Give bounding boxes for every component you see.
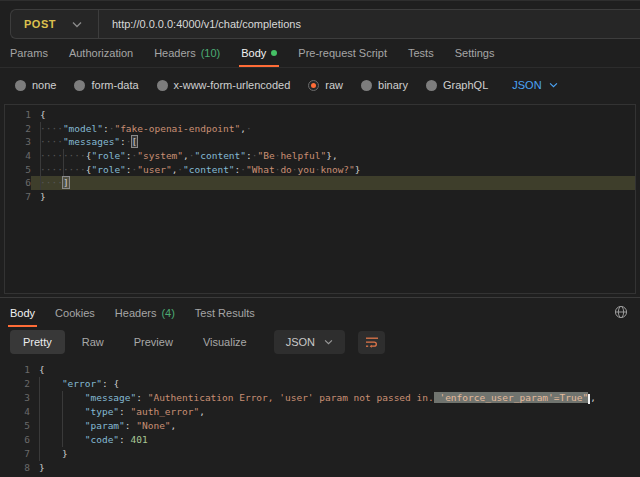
code-token: · [126, 136, 132, 147]
response-tab-cookies[interactable]: Cookies [55, 298, 95, 327]
code-token: { [40, 109, 46, 120]
code-token: } [39, 462, 45, 473]
code-token: "system" [137, 150, 183, 161]
tab-label: Settings [455, 47, 495, 59]
code-line[interactable]: 1{ [5, 108, 635, 122]
code-line-content: } [30, 447, 640, 461]
code-line[interactable]: 4 "type": "auth_error", [0, 405, 640, 419]
request-tab-headers[interactable]: Headers(10) [154, 39, 220, 67]
code-line[interactable]: 7} [5, 190, 635, 204]
code-line[interactable]: 4········{"role":·"system",·"content":·"… [5, 149, 635, 163]
line-number: 6 [0, 433, 30, 447]
body-type-binary[interactable]: binary [361, 79, 408, 91]
tab-label: Body [241, 47, 266, 59]
code-token: do [280, 164, 291, 175]
code-line[interactable]: 6····] [5, 176, 635, 190]
code-line[interactable]: 5········{"role":·"user",·"content":·"Wh… [5, 163, 635, 177]
tab-label: Headers [154, 47, 196, 59]
body-type-x-www-form-urlencoded[interactable]: x-www-form-urlencoded [157, 79, 291, 91]
method-selector[interactable]: POST [11, 10, 98, 38]
chevron-down-icon [549, 82, 558, 88]
indent-guide [62, 391, 63, 405]
url-input[interactable]: http://0.0.0.0:4000/v1/chat/completions [99, 10, 640, 38]
response-body-editor[interactable]: 1{2 "error": {3 "message": "Authenticati… [0, 360, 640, 477]
code-line-content: ········{"role":·"system",·"content":·"B… [31, 149, 635, 163]
code-token: : [119, 406, 130, 417]
body-type-graphql[interactable]: GraphQL [426, 79, 488, 91]
tab-label: Authorization [69, 47, 133, 59]
line-number: 3 [0, 391, 30, 405]
line-number: 2 [0, 377, 30, 391]
wrap-lines-button[interactable] [358, 331, 385, 354]
code-line-content: { [31, 108, 635, 122]
code-token: : [125, 420, 136, 431]
code-token: , [590, 392, 596, 403]
code-token: you [298, 164, 315, 175]
globe-icon[interactable] [614, 305, 628, 319]
code-line[interactable]: 8} [0, 461, 640, 475]
indent-guide [63, 149, 64, 163]
body-type-label: x-www-form-urlencoded [174, 79, 291, 91]
code-line[interactable]: 3 "message": "Authentication Error, 'use… [0, 391, 640, 405]
body-type-row: noneform-datax-www-form-urlencodedrawbin… [0, 68, 640, 102]
code-token: "Authentication Error, 'user' param not … [148, 392, 434, 403]
body-type-form-data[interactable]: form-data [74, 79, 138, 91]
code-line-content: "error": { [30, 377, 640, 391]
tab-label: Test Results [195, 307, 255, 319]
body-type-raw[interactable]: raw [308, 79, 343, 91]
line-number: 6 [5, 176, 31, 190]
request-tab-authorization[interactable]: Authorization [69, 39, 133, 67]
request-language-dropdown[interactable]: JSON [512, 79, 557, 91]
code-token: "param" [85, 420, 125, 431]
view-mode-pretty[interactable]: Pretty [10, 330, 65, 354]
response-section: BodyCookiesHeaders(4)Test Results Pretty… [0, 297, 640, 477]
code-token [39, 448, 62, 459]
code-line[interactable]: 7 } [0, 447, 640, 461]
code-token: "messages" [63, 136, 120, 147]
response-language-dropdown[interactable]: JSON [274, 330, 345, 354]
code-line[interactable]: 6 "code": 401 [0, 433, 640, 447]
line-number: 7 [0, 447, 30, 461]
response-tab-headers[interactable]: Headers(4) [115, 298, 175, 327]
line-number: 2 [5, 122, 31, 136]
code-token: : [136, 392, 147, 403]
view-mode-raw[interactable]: Raw [69, 330, 117, 354]
response-view-modes: PrettyRawPreviewVisualizeJSON [0, 327, 640, 360]
body-type-label: none [32, 79, 56, 91]
code-line-content: "code": 401 [30, 433, 640, 447]
code-token: "None" [136, 420, 170, 431]
indent-guide [39, 391, 40, 405]
code-line-content: "message": "Authentication Error, 'user'… [30, 391, 640, 405]
indent-guide [62, 433, 63, 447]
code-line[interactable]: 3····"messages":·[ [5, 135, 635, 149]
request-url-bar: POST http://0.0.0.0:4000/v1/chat/complet… [10, 9, 640, 39]
body-type-label: form-data [91, 79, 138, 91]
code-line[interactable]: 1{ [0, 363, 640, 377]
request-tab-pre-request-script[interactable]: Pre-request Script [298, 39, 387, 67]
response-tab-test-results[interactable]: Test Results [195, 298, 255, 327]
indent-guide [39, 419, 40, 433]
response-language-label: JSON [286, 336, 315, 348]
code-token: "type" [85, 406, 119, 417]
wrap-lines-icon [365, 336, 379, 349]
body-type-none[interactable]: none [15, 79, 56, 91]
request-tab-tests[interactable]: Tests [408, 39, 434, 67]
code-token: "code" [85, 434, 119, 445]
request-tab-params[interactable]: Params [10, 39, 48, 67]
tab-count-badge: (10) [201, 47, 221, 59]
code-line[interactable]: 5 "param": "None", [0, 419, 640, 433]
code-token: : [119, 434, 130, 445]
response-tab-body[interactable]: Body [10, 298, 35, 327]
view-mode-visualize[interactable]: Visualize [190, 330, 260, 354]
request-tabs: ParamsAuthorizationHeaders(10)BodyPre-re… [0, 39, 640, 68]
code-token: "content" [183, 164, 234, 175]
request-body-editor[interactable]: 1{2····"model":·"fake-openai-endpoint",·… [4, 104, 636, 294]
view-mode-preview[interactable]: Preview [121, 330, 186, 354]
code-line[interactable]: 2 "error": { [0, 377, 640, 391]
code-line[interactable]: 2····"model":·"fake-openai-endpoint",· [5, 122, 635, 136]
code-token: "user" [137, 164, 171, 175]
request-tab-settings[interactable]: Settings [455, 39, 495, 67]
request-tab-body[interactable]: Body [241, 39, 277, 67]
tab-label: Tests [408, 47, 434, 59]
radio-icon [361, 80, 372, 91]
